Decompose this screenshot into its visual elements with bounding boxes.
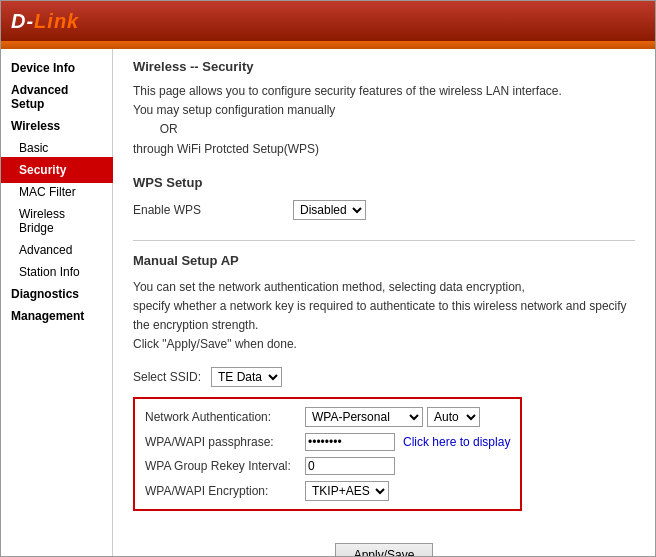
select-ssid-row: Select SSID: TE Data bbox=[133, 367, 635, 387]
wps-section: WPS Setup Enable WPS Disabled Enabled bbox=[133, 175, 635, 220]
desc-line4: through WiFi Protcted Setup(WPS) bbox=[133, 142, 319, 156]
layout: Device Info Advanced Setup Wireless Basi… bbox=[1, 49, 655, 557]
desc-line2: You may setup configuration manually bbox=[133, 103, 335, 117]
network-auth-row: Network Authentication: WPA-Personal WPA… bbox=[145, 407, 510, 427]
network-auth-extra-select[interactable]: Auto TKIP AES bbox=[427, 407, 480, 427]
encryption-label: WPA/WAPI Encryption: bbox=[145, 484, 305, 498]
security-settings-box: Network Authentication: WPA-Personal WPA… bbox=[133, 397, 522, 511]
sidebar-item-advanced-setup[interactable]: Advanced Setup bbox=[1, 79, 112, 115]
wps-enable-label: Enable WPS bbox=[133, 203, 293, 217]
manual-desc1: You can set the network authentication m… bbox=[133, 280, 525, 294]
network-auth-label: Network Authentication: bbox=[145, 410, 305, 424]
sidebar-item-wireless[interactable]: Wireless bbox=[1, 115, 112, 137]
wps-section-title: WPS Setup bbox=[133, 175, 635, 190]
apply-save-button[interactable]: Apply/Save bbox=[335, 543, 434, 558]
select-ssid-select[interactable]: TE Data bbox=[211, 367, 282, 387]
divider bbox=[133, 240, 635, 241]
header: D-Link bbox=[1, 1, 655, 41]
orange-bar bbox=[1, 41, 655, 49]
desc-line3: OR bbox=[160, 122, 178, 136]
group-rekey-row: WPA Group Rekey Interval: bbox=[145, 457, 510, 475]
sidebar-item-advanced[interactable]: Advanced bbox=[1, 239, 112, 261]
manual-desc2: specify whether a network key is require… bbox=[133, 299, 627, 332]
manual-description: You can set the network authentication m… bbox=[133, 278, 635, 355]
page-title: Wireless -- Security bbox=[133, 59, 635, 74]
sidebar-item-management[interactable]: Management bbox=[1, 305, 112, 327]
logo: D-Link bbox=[11, 10, 79, 33]
group-rekey-label: WPA Group Rekey Interval: bbox=[145, 459, 305, 473]
click-display-link[interactable]: Click here to display bbox=[403, 435, 510, 449]
sidebar-item-wireless-bridge[interactable]: Wireless Bridge bbox=[1, 203, 112, 239]
passphrase-row: WPA/WAPI passphrase: Click here to displ… bbox=[145, 433, 510, 451]
wps-enable-select[interactable]: Disabled Enabled bbox=[293, 200, 366, 220]
sidebar-item-device-info[interactable]: Device Info bbox=[1, 57, 112, 79]
manual-section: Manual Setup AP You can set the network … bbox=[133, 253, 635, 523]
sidebar-item-security[interactable]: Security bbox=[1, 159, 112, 181]
passphrase-label: WPA/WAPI passphrase: bbox=[145, 435, 305, 449]
passphrase-input[interactable] bbox=[305, 433, 395, 451]
network-auth-select[interactable]: WPA-Personal WPA2-Personal WPA-Enterpris… bbox=[305, 407, 423, 427]
sidebar-item-station-info[interactable]: Station Info bbox=[1, 261, 112, 283]
encryption-select[interactable]: TKIP+AES TKIP AES bbox=[305, 481, 389, 501]
sidebar-item-mac-filter[interactable]: MAC Filter bbox=[1, 181, 112, 203]
main-content: Wireless -- Security This page allows yo… bbox=[113, 49, 655, 557]
apply-row: Apply/Save bbox=[133, 543, 635, 558]
description: This page allows you to configure securi… bbox=[133, 82, 635, 159]
sidebar: Device Info Advanced Setup Wireless Basi… bbox=[1, 49, 113, 557]
select-ssid-label: Select SSID: bbox=[133, 370, 201, 384]
encryption-row: WPA/WAPI Encryption: TKIP+AES TKIP AES bbox=[145, 481, 510, 501]
manual-desc3: Click "Apply/Save" when done. bbox=[133, 337, 297, 351]
sidebar-item-diagnostics[interactable]: Diagnostics bbox=[1, 283, 112, 305]
wps-enable-row: Enable WPS Disabled Enabled bbox=[133, 200, 635, 220]
manual-section-title: Manual Setup AP bbox=[133, 253, 635, 268]
group-rekey-input[interactable] bbox=[305, 457, 395, 475]
sidebar-item-basic[interactable]: Basic bbox=[1, 137, 112, 159]
desc-line1: This page allows you to configure securi… bbox=[133, 84, 562, 98]
